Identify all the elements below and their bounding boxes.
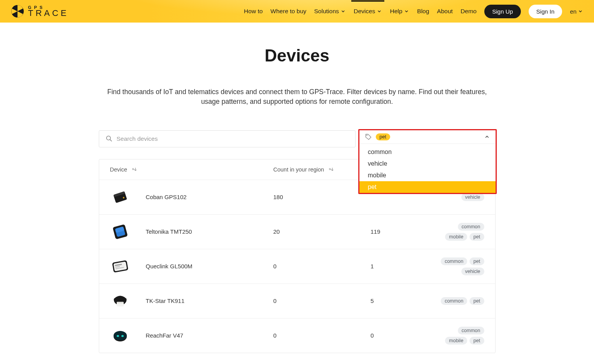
device-name: Teltonika TMT250 [146,228,192,235]
page-title: Devices [99,46,496,65]
device-tags: commonpetvehicle [437,257,484,275]
tag-filter-dropdown: pet commonvehiclemobilepet [358,129,497,194]
sort-icon[interactable] [328,166,334,173]
table-row[interactable]: Teltonika TMT250 20 119 commonmobilepet [99,214,495,249]
device-port: 119 [371,228,380,235]
device-tags: commonpet [437,297,484,305]
device-thumb [110,326,130,346]
device-thumb [110,291,130,311]
signup-button[interactable]: Sign Up [484,5,520,18]
table-row[interactable]: Queclink GL500M 0 1 commonpetvehicle [99,249,495,284]
svg-point-17 [114,331,127,340]
logo[interactable]: G P STRACE [11,5,69,18]
tag-filter-options: commonvehiclemobilepet [359,144,496,193]
tag-pill: common [441,297,467,305]
filter-option-vehicle[interactable]: vehicle [359,158,496,170]
device-tags: commonmobilepet [437,327,484,345]
tag-pill: pet [470,337,484,345]
table-row[interactable]: TK-Star TK911 0 5 commonpet [99,284,495,318]
nav-how-to[interactable]: How to [244,8,263,15]
tag-filter-header[interactable]: pet [359,130,496,144]
nav-solutions[interactable]: Solutions [314,8,346,15]
filter-option-common[interactable]: common [359,146,496,158]
col-count[interactable]: Count in your region [273,166,324,173]
nav-demo[interactable]: Demo [461,8,477,15]
device-count: 0 [273,332,277,339]
chevron-down-icon [377,9,382,14]
search-row: pet commonvehiclemobilepet [99,130,496,147]
device-thumb [110,256,130,276]
tag-pill: mobile [445,233,467,241]
chevron-up-icon [484,134,490,140]
tag-pill: mobile [445,337,467,345]
tag-pill: vehicle [461,193,484,201]
device-tags: vehicle [437,193,484,201]
device-thumb [110,222,130,242]
nav-devices[interactable]: Devices [354,8,382,15]
table-row[interactable]: ReachFar V47 0 0 commonmobilepet [99,318,495,353]
language-selector[interactable]: en [570,8,583,15]
tag-pill: common [458,327,484,334]
device-name: Queclink GL500M [146,263,193,270]
tag-pill: pet [470,257,484,265]
tag-pill: pet [470,297,484,305]
tag-pill: common [458,223,484,231]
device-count: 20 [273,228,280,235]
svg-point-19 [121,335,124,337]
page-subtitle: Find thousands of IoT and telematics dev… [99,87,496,107]
svg-line-2 [110,140,111,141]
device-count: 0 [273,263,277,270]
tag-icon [365,133,372,140]
chevron-down-icon [404,9,409,14]
device-name: TK-Star TK911 [146,298,185,304]
filter-option-mobile[interactable]: mobile [359,170,496,181]
filter-option-pet[interactable]: pet [359,181,496,193]
sort-icon[interactable] [131,166,137,173]
nav-about[interactable]: About [437,8,453,15]
logo-text: G P STRACE [28,5,69,18]
chevron-down-icon [340,9,346,14]
tag-pill: pet [470,233,484,241]
search-box[interactable] [99,130,356,147]
signin-button[interactable]: Sign In [529,5,562,18]
chevron-down-icon [578,9,583,14]
device-thumb [110,187,130,207]
device-name: ReachFar V47 [146,332,184,339]
device-port: 0 [371,332,374,339]
device-count: 0 [273,298,277,304]
nav-where-to-buy[interactable]: Where to buy [270,8,306,15]
svg-point-18 [117,335,119,337]
search-input[interactable] [117,135,349,142]
device-port: 1 [371,263,374,270]
device-port: 5 [371,298,374,304]
search-icon [105,135,113,142]
tag-pill: vehicle [461,268,484,275]
svg-rect-15 [117,302,124,303]
header: G P STRACE How to Where to buy Solutions… [0,0,594,23]
device-tags: commonmobilepet [437,223,484,241]
filter-selected-chip[interactable]: pet [376,133,390,140]
device-name: Coban GPS102 [146,194,187,200]
nav: How to Where to buy Solutions Devices He… [244,5,583,18]
device-count: 180 [273,194,283,200]
col-device[interactable]: Device [110,166,127,173]
logo-icon [11,5,24,18]
nav-blog[interactable]: Blog [417,8,429,15]
tag-pill: common [441,257,467,265]
page-content: Devices Find thousands of IoT and telema… [91,23,503,364]
nav-help[interactable]: Help [390,8,409,15]
